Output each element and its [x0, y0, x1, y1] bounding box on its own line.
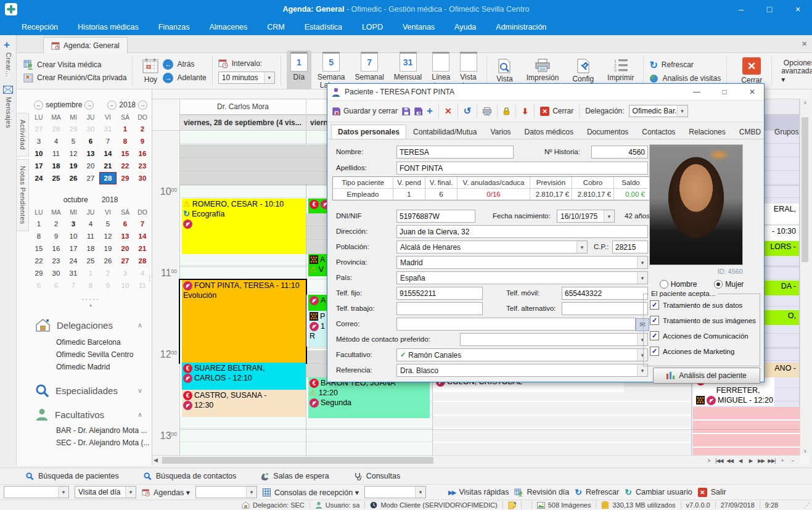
back-button[interactable]: ←Atrás	[163, 59, 206, 70]
dialog-tab-varios[interactable]: Varios	[483, 125, 517, 139]
calendar-day[interactable]: 11	[82, 230, 99, 242]
calendar-day[interactable]: 20	[82, 160, 99, 172]
calendar-day[interactable]: 9	[47, 230, 65, 242]
calendar-day[interactable]: 3	[30, 135, 47, 147]
dialog-minimize-button[interactable]: —	[685, 88, 708, 96]
dialog-toolbar-plus-button[interactable]: +	[427, 105, 433, 117]
forward-button[interactable]: →Adelante	[163, 73, 206, 83]
advanced-options-button[interactable]: Opcionesavanzadas ▾	[777, 57, 812, 85]
grid-nav-button[interactable]: −	[788, 456, 797, 464]
calendar-day[interactable]: 19	[65, 160, 82, 172]
historia-field[interactable]	[591, 146, 648, 158]
sidebar-tab-actividad[interactable]: Actividad	[17, 113, 29, 157]
dialog-tab-cmbd[interactable]: CMBD	[732, 125, 768, 139]
calendar-day[interactable]: 23	[134, 160, 151, 172]
bottom-toolbar-button-agendas-[interactable]: Agendas ▾	[142, 488, 190, 497]
calendar-day[interactable]: 30	[134, 172, 151, 184]
bottom-toolbar-select[interactable]: Visita del día▾	[75, 486, 136, 498]
interval-select[interactable]: 10 minutos▾	[218, 72, 275, 84]
grid-nav-button[interactable]: +	[777, 456, 787, 464]
sidebar-resize-dots[interactable]: ⋮	[146, 274, 152, 282]
section-chevron-icon[interactable]: ∨	[137, 387, 142, 395]
column-day-1[interactable]: viernes, 28 de septiembre (4 vis...	[180, 115, 306, 131]
cp-field[interactable]	[612, 241, 648, 253]
grid-vertical-scrollbar[interactable]: ∧ ∨	[800, 99, 810, 455]
consent-checkbox-row[interactable]: ✓Tratamiento de sus imágenes	[650, 316, 760, 325]
calendar-day[interactable]: 28	[99, 172, 117, 184]
calendar-day[interactable]: 27	[30, 123, 47, 135]
calendar-event[interactable]: ⚠ROMERO, CESAR - 10:10↻Ecografía	[180, 199, 306, 254]
dialog-close-button[interactable]: ✕	[740, 88, 764, 96]
calendar-day[interactable]: 8	[117, 135, 134, 147]
tool-button-config[interactable]: Config	[568, 57, 597, 84]
quick-button-cambiar-usuario[interactable]: ↻Cambiar usuario	[625, 487, 692, 497]
calendar-day[interactable]: 5	[30, 279, 47, 292]
calendar-day[interactable]: 21	[134, 242, 151, 255]
consent-checkbox-row[interactable]: ✓Acciones de Marketing	[650, 347, 760, 356]
delegation-select[interactable]: Ofimedic Bar...▾	[629, 105, 688, 117]
calendar-day[interactable]: 6	[117, 218, 134, 230]
calendar-day[interactable]: 8	[30, 230, 47, 242]
bottom-tab-consultas[interactable]: Consultas	[354, 472, 401, 480]
consent-checkbox-row[interactable]: ✓Acciones de Comunicación	[650, 331, 760, 340]
calendar-day[interactable]: 30	[82, 123, 99, 135]
calendar-day[interactable]: 27	[82, 172, 99, 184]
sidebar-section-facultativos[interactable]: Facultativos∧	[35, 408, 151, 421]
calendar-day[interactable]: 4	[82, 218, 99, 230]
dialog-tab-contactos[interactable]: Contactos	[635, 125, 682, 139]
bottom-toolbar-button-consolas-de-recepción-[interactable]: Consolas de recepción ▾	[263, 488, 359, 497]
calendar-day[interactable]: 17	[65, 242, 82, 255]
menu-item-finanzas[interactable]: Finanzas	[158, 23, 190, 31]
calendar-day[interactable]: 16	[47, 242, 65, 255]
calendar-day[interactable]: 7	[65, 279, 82, 292]
tool-button-impresión[interactable]: Impresión	[523, 57, 563, 84]
menu-item-ayuda[interactable]: Ayuda	[454, 23, 476, 31]
calendar-day[interactable]: 31	[99, 123, 117, 135]
consent-checkbox-row[interactable]: ✓Tratamiento de sus datos	[650, 300, 760, 310]
messages-icon[interactable]	[3, 86, 13, 96]
bottom-toolbar-select[interactable]: ▾	[195, 486, 257, 498]
calendar-day[interactable]: 2	[134, 123, 151, 135]
calendar-day[interactable]: 11	[47, 147, 65, 160]
calendar-day[interactable]: 30	[47, 267, 65, 279]
bottom-tab-búsqueda-de-contactos[interactable]: Búsqueda de contactos	[144, 472, 237, 480]
dialog-tab-documentos[interactable]: Documentos	[580, 125, 635, 139]
dialog-toolbar-floppy-button[interactable]	[402, 107, 410, 115]
create-meeting-button[interactable]: Crear Reunión/Cita privada	[23, 73, 126, 83]
calendar-day[interactable]: 31	[65, 267, 82, 279]
bottom-tab-salas-de-espera[interactable]: Salas de espera	[261, 472, 329, 480]
calendar-day[interactable]: 26	[99, 255, 117, 267]
prev-year-icon[interactable]: ←	[107, 101, 117, 110]
today-button[interactable]: Hoy	[138, 57, 163, 85]
close-button[interactable]: ×	[784, 0, 812, 19]
telf-fijo-field[interactable]	[396, 287, 483, 300]
prev-month-icon[interactable]: ←	[34, 101, 43, 110]
calendar-day[interactable]: 28	[134, 255, 151, 267]
dialog-toolbar-floppyx-button[interactable]: Guardar y cerrar	[332, 107, 398, 115]
dialog-toolbar-downred-button[interactable]: ⬇	[522, 107, 528, 116]
menu-item-crm[interactable]: CRM	[267, 23, 284, 31]
dialog-toolbar-xred-button[interactable]: ✕	[445, 106, 452, 116]
bottom-toolbar-select[interactable]: ▾	[4, 486, 69, 498]
refresh-button[interactable]: ↻Refrescar	[649, 59, 693, 71]
tab-agenda-general[interactable]: Agenda: General	[43, 37, 128, 54]
section-item[interactable]: Ofimedic Sevilla Centro	[30, 348, 151, 361]
telf-alternativo-field[interactable]	[562, 302, 648, 315]
tool-button-vista[interactable]: Vista	[493, 57, 516, 84]
resize-grip-icon[interactable]: ⋰	[803, 501, 810, 509]
calendar-day[interactable]: 5	[65, 135, 82, 147]
calendar-day[interactable]: 3	[117, 267, 134, 279]
grid-nav-button[interactable]: ▶	[746, 456, 755, 464]
gender-male-radio[interactable]: Hombre	[660, 280, 697, 289]
correo-field[interactable]	[396, 318, 636, 331]
grid-nav-button[interactable]: ◀	[736, 456, 745, 464]
dialog-toolbar-closebox-button[interactable]: ✕Cerrar	[540, 107, 573, 116]
dialog-toolbar-lock-button[interactable]	[503, 107, 510, 115]
calendar-day[interactable]: 10	[65, 230, 82, 242]
vertical-scroll-thumb[interactable]	[802, 117, 808, 262]
poblacion-select[interactable]: Alcalá de Henares▾	[396, 241, 588, 253]
calendar-day[interactable]: 28	[47, 123, 65, 135]
calendar-day[interactable]: 19	[99, 242, 117, 255]
menu-item-recepción[interactable]: Recepción	[22, 23, 58, 31]
visit-analysis-button[interactable]: Analisis de visitas	[649, 74, 721, 83]
